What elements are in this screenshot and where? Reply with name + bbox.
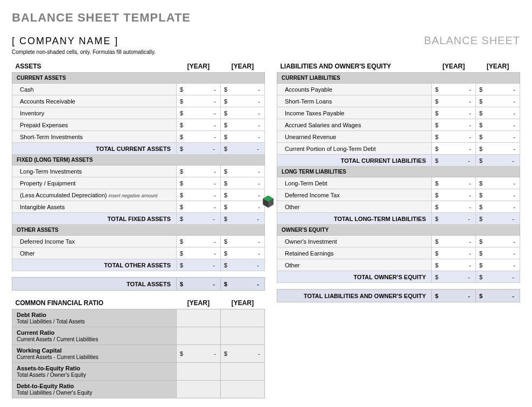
- amount-cell[interactable]: $-: [221, 95, 265, 107]
- amount-cell[interactable]: $-: [177, 84, 221, 95]
- liabilities-column: LIABILITIES AND OWNER'S EQUITY[YEAR][YEA…: [277, 60, 520, 398]
- amount-cell[interactable]: $-: [476, 131, 520, 143]
- amount-cell[interactable]: $-: [476, 95, 520, 107]
- line-item-label: Other: [12, 247, 177, 259]
- current-liab-header: CURRENT LIABILITIES: [277, 73, 520, 84]
- line-item-label: Short-Term Investments: [12, 131, 177, 143]
- amount-cell[interactable]: $-: [476, 84, 520, 95]
- ratio-value: $-: [221, 344, 265, 362]
- amount-cell[interactable]: $-: [221, 247, 265, 259]
- total-cell: $-: [177, 143, 221, 155]
- amount-cell[interactable]: $-: [221, 201, 265, 213]
- current-assets-header: CURRENT ASSETS: [12, 73, 265, 84]
- amount-cell[interactable]: $-: [177, 201, 221, 213]
- amount-cell[interactable]: $-: [221, 107, 265, 119]
- amount-cell[interactable]: $-: [476, 247, 520, 259]
- equity-header: OWNER'S EQUITY: [277, 225, 520, 236]
- amount-cell[interactable]: $-: [177, 189, 221, 201]
- amount-cell[interactable]: $-: [476, 201, 520, 213]
- amount-cell[interactable]: $-: [476, 107, 520, 119]
- liabilities-title: LIABILITIES AND OWNER'S EQUITY: [277, 60, 432, 73]
- ratio-label: Current RatioCurrent Assets / Current Li…: [12, 327, 177, 344]
- amount-cell[interactable]: $-: [177, 95, 221, 107]
- line-item-label: Prepaid Expenses: [12, 119, 177, 131]
- line-item-label: Long-Term Investments: [12, 165, 177, 177]
- amount-cell[interactable]: $-: [221, 131, 265, 143]
- amount-cell[interactable]: $-: [221, 177, 265, 189]
- amount-cell[interactable]: $-: [432, 189, 476, 201]
- line-item-label: Deferred Income Tax: [12, 236, 177, 247]
- line-item-label: Current Portion of Long-Term Debt: [277, 143, 432, 155]
- amount-cell[interactable]: $-: [432, 259, 476, 271]
- amount-cell[interactable]: $-: [476, 119, 520, 131]
- line-item-label: Unearned Revenue: [277, 131, 432, 143]
- amount-cell[interactable]: $-: [432, 84, 476, 95]
- line-item-label: Deferred Income Tax: [277, 189, 432, 201]
- grand-total-cell: $-: [476, 289, 520, 302]
- amount-cell[interactable]: $-: [432, 131, 476, 143]
- total-label: TOTAL CURRENT LIABILITIES: [277, 155, 432, 167]
- total-label: TOTAL CURRENT ASSETS: [12, 143, 177, 155]
- amount-cell[interactable]: $-: [476, 189, 520, 201]
- line-item-label: Short-Term Loans: [277, 95, 432, 107]
- amount-cell[interactable]: $-: [476, 143, 520, 155]
- amount-cell[interactable]: $-: [476, 236, 520, 247]
- amount-cell[interactable]: $-: [432, 119, 476, 131]
- amount-cell[interactable]: $-: [177, 177, 221, 189]
- ratio-value: [221, 362, 265, 380]
- amount-cell[interactable]: $-: [476, 259, 520, 271]
- total-cell: $-: [221, 259, 265, 271]
- line-item-label: Owner's Investment: [277, 236, 432, 247]
- year-header: [YEAR]: [432, 60, 476, 73]
- ratio-label: Debt RatioTotal Liabilities / Total Asse…: [12, 309, 177, 327]
- amount-cell[interactable]: $-: [432, 236, 476, 247]
- assets-table: ASSETS[YEAR][YEAR] CURRENT ASSETS Cash$-…: [12, 60, 265, 297]
- ratio-value: $-: [177, 344, 221, 362]
- ratio-label: Assets-to-Equity RatioTotal Assets / Own…: [12, 362, 177, 380]
- amount-cell[interactable]: $-: [432, 95, 476, 107]
- other-assets-header: OTHER ASSETS: [12, 225, 265, 236]
- document-title: BALANCE SHEET: [424, 35, 520, 47]
- amount-cell[interactable]: $-: [432, 143, 476, 155]
- year-header: [YEAR]: [177, 60, 221, 73]
- line-item-label: Accounts Receivable: [12, 95, 177, 107]
- total-cell: $-: [221, 143, 265, 155]
- amount-cell[interactable]: $-: [221, 84, 265, 95]
- amount-cell[interactable]: $-: [177, 165, 221, 177]
- longterm-liab-header: LONG TERM LIABILITIES: [277, 167, 520, 177]
- amount-cell[interactable]: $-: [177, 236, 221, 247]
- line-item-label: Other: [277, 201, 432, 213]
- ratio-value: [177, 327, 221, 344]
- amount-cell[interactable]: $-: [177, 247, 221, 259]
- amount-cell[interactable]: $-: [221, 189, 265, 201]
- assets-title: ASSETS: [12, 60, 177, 73]
- assets-column: ASSETS[YEAR][YEAR] CURRENT ASSETS Cash$-…: [12, 60, 265, 398]
- total-label: TOTAL OTHER ASSETS: [12, 259, 177, 271]
- fixed-assets-header: FIXED (LONG TERM) ASSETS: [12, 155, 265, 165]
- amount-cell[interactable]: $-: [476, 177, 520, 189]
- amount-cell[interactable]: $-: [432, 201, 476, 213]
- grand-total-cell: $-: [432, 289, 476, 302]
- amount-cell[interactable]: $-: [177, 107, 221, 119]
- liabilities-table: LIABILITIES AND OWNER'S EQUITY[YEAR][YEA…: [277, 60, 520, 302]
- ratio-value: [221, 380, 265, 398]
- line-item-label: Intangible Assets: [12, 201, 177, 213]
- year-header: [YEAR]: [221, 60, 265, 73]
- amount-cell[interactable]: $-: [221, 236, 265, 247]
- amount-cell[interactable]: $-: [221, 165, 265, 177]
- year-header: [YEAR]: [221, 297, 265, 309]
- total-cell: $-: [221, 213, 265, 225]
- amount-cell[interactable]: $-: [432, 247, 476, 259]
- ratio-value: [221, 327, 265, 344]
- ratios-table: COMMON FINANCIAL RATIO[YEAR][YEAR] Debt …: [12, 297, 265, 398]
- ratio-label: Debt-to-Equity RatioTotal Liabilities / …: [12, 380, 177, 398]
- ratios-title: COMMON FINANCIAL RATIO: [12, 297, 177, 309]
- amount-cell[interactable]: $-: [432, 107, 476, 119]
- company-name[interactable]: [ COMPANY NAME ]: [12, 36, 118, 47]
- amount-cell[interactable]: $-: [221, 119, 265, 131]
- amount-cell[interactable]: $-: [177, 131, 221, 143]
- page-title: BALANCE SHEET TEMPLATE: [12, 11, 520, 25]
- total-cell: $-: [476, 155, 520, 167]
- amount-cell[interactable]: $-: [177, 119, 221, 131]
- amount-cell[interactable]: $-: [432, 177, 476, 189]
